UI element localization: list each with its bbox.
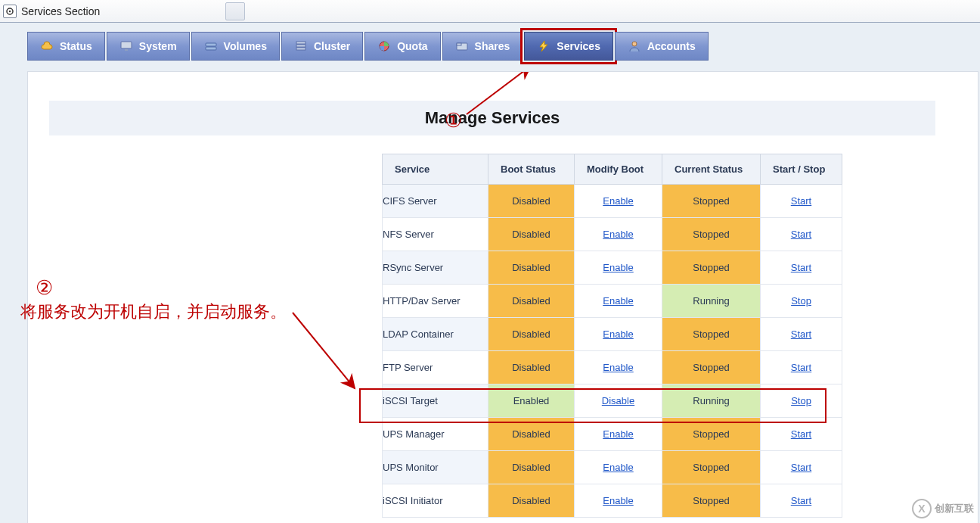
current-status-badge: Stopped bbox=[662, 218, 760, 251]
nav-tab-label: Accounts bbox=[647, 40, 696, 52]
boot-status-badge: Disabled bbox=[488, 351, 574, 384]
boot-status-badge: Disabled bbox=[488, 251, 574, 284]
nav-tab-services[interactable]: Services bbox=[524, 32, 613, 61]
current-status-cell: Stopped bbox=[662, 451, 761, 484]
boot-status-cell: Disabled bbox=[488, 418, 575, 451]
modify-boot-cell: Enable bbox=[575, 185, 662, 218]
start-link[interactable]: Start bbox=[791, 195, 811, 207]
nav-tab-volumes[interactable]: Volumes bbox=[191, 32, 280, 61]
current-status-badge: Stopped bbox=[662, 318, 760, 350]
current-status-cell: Stopped bbox=[662, 318, 761, 351]
boot-status-badge: Disabled bbox=[488, 318, 574, 350]
main-panel: Manage Services Service Boot Status Modi… bbox=[27, 71, 978, 523]
nav-tab-quota[interactable]: Quota bbox=[364, 32, 440, 61]
stop-link[interactable]: Stop bbox=[791, 295, 811, 307]
services-table: Service Boot Status Modify Boot Current … bbox=[382, 154, 842, 518]
svg-point-1 bbox=[9, 10, 11, 11]
boot-status-badge: Disabled bbox=[488, 218, 574, 251]
watermark-text: 创新互联 bbox=[935, 502, 974, 515]
enable-link[interactable]: Enable bbox=[603, 362, 633, 373]
svg-rect-4 bbox=[206, 43, 216, 46]
boot-status-cell: Disabled bbox=[488, 484, 575, 518]
annotation-note-2: 将服务改为开机自启，并启动服务。 bbox=[20, 300, 287, 323]
disable-link[interactable]: Disable bbox=[602, 395, 634, 406]
nav-tab-accounts[interactable]: Accounts bbox=[615, 32, 709, 61]
title-bar: Services Section bbox=[0, 0, 980, 23]
app-icon bbox=[3, 5, 17, 18]
current-status-badge: Stopped bbox=[662, 185, 760, 217]
start-stop-cell: Stop bbox=[761, 285, 842, 318]
page-title: Manage Services bbox=[49, 101, 935, 135]
modify-boot-cell: Enable bbox=[575, 251, 662, 285]
start-link[interactable]: Start bbox=[791, 428, 811, 440]
new-tab-button[interactable] bbox=[225, 2, 245, 20]
start-stop-cell: Start bbox=[761, 185, 842, 218]
stop-link[interactable]: Stop bbox=[791, 395, 811, 406]
enable-link[interactable]: Enable bbox=[603, 229, 633, 240]
svg-rect-3 bbox=[125, 49, 128, 51]
table-row: UPS ManagerDisabledEnableStoppedStart bbox=[383, 418, 842, 451]
nav-tabs: StatusSystemVolumesClusterQuotaSharesSer… bbox=[27, 32, 980, 61]
bolt-icon bbox=[537, 39, 550, 53]
modify-boot-cell: Enable bbox=[575, 318, 662, 351]
enable-link[interactable]: Enable bbox=[603, 462, 633, 473]
svg-rect-7 bbox=[296, 45, 305, 47]
col-current: Current Status bbox=[662, 154, 761, 185]
col-modify: Modify Boot bbox=[575, 154, 662, 185]
table-row: CIFS ServerDisabledEnableStoppedStart bbox=[383, 185, 842, 218]
modify-boot-cell: Enable bbox=[575, 418, 662, 451]
current-status-badge: Stopped bbox=[662, 251, 760, 284]
svg-rect-6 bbox=[296, 42, 305, 44]
current-status-cell: Stopped bbox=[662, 185, 761, 218]
start-stop-cell: Stop bbox=[761, 384, 842, 418]
modify-boot-cell: Enable bbox=[575, 218, 662, 251]
boot-status-cell: Disabled bbox=[488, 218, 575, 251]
modify-boot-cell: Enable bbox=[575, 484, 662, 518]
table-row: NFS ServerDisabledEnableStoppedStart bbox=[383, 218, 842, 251]
start-link[interactable]: Start bbox=[791, 262, 811, 273]
nav-tab-label: Cluster bbox=[314, 40, 350, 52]
folder-icon bbox=[455, 39, 469, 53]
current-status-badge: Stopped bbox=[662, 418, 760, 450]
enable-link[interactable]: Enable bbox=[603, 428, 633, 440]
enable-link[interactable]: Enable bbox=[603, 262, 633, 273]
col-action: Start / Stop bbox=[761, 154, 842, 185]
watermark-logo-icon: X bbox=[912, 499, 932, 518]
nav-tab-shares[interactable]: Shares bbox=[442, 32, 523, 61]
table-row: RSync ServerDisabledEnableStoppedStart bbox=[383, 251, 842, 285]
current-status-badge: Running bbox=[662, 285, 760, 317]
enable-link[interactable]: Enable bbox=[603, 195, 633, 207]
start-link[interactable]: Start bbox=[791, 229, 811, 240]
start-link[interactable]: Start bbox=[791, 462, 811, 473]
boot-status-cell: Enabled bbox=[488, 384, 575, 418]
start-link[interactable]: Start bbox=[791, 328, 811, 340]
boot-status-badge: Disabled bbox=[488, 418, 574, 450]
table-row: FTP ServerDisabledEnableStoppedStart bbox=[383, 351, 842, 384]
nav-tab-label: Status bbox=[60, 40, 92, 52]
nav-tab-label: Volumes bbox=[224, 40, 267, 52]
nav-tab-status[interactable]: Status bbox=[27, 32, 105, 61]
enable-link[interactable]: Enable bbox=[603, 295, 633, 307]
start-stop-cell: Start bbox=[761, 318, 842, 351]
watermark: X 创新互联 bbox=[912, 499, 974, 518]
start-stop-cell: Start bbox=[761, 418, 842, 451]
nav-tab-system[interactable]: System bbox=[107, 32, 190, 61]
nav-tab-label: System bbox=[139, 40, 177, 52]
boot-status-cell: Disabled bbox=[488, 451, 575, 484]
svg-rect-8 bbox=[296, 48, 305, 50]
service-name-cell: FTP Server bbox=[383, 351, 488, 384]
enable-link[interactable]: Enable bbox=[603, 328, 633, 340]
current-status-cell: Stopped bbox=[662, 484, 761, 518]
start-stop-cell: Start bbox=[761, 484, 842, 518]
cloud-icon bbox=[40, 39, 54, 53]
start-link[interactable]: Start bbox=[791, 362, 811, 373]
svg-line-14 bbox=[293, 313, 355, 388]
col-service: Service bbox=[383, 154, 488, 185]
current-status-badge: Stopped bbox=[662, 484, 760, 517]
table-row: LDAP ContainerDisabledEnableStoppedStart bbox=[383, 318, 842, 351]
start-link[interactable]: Start bbox=[791, 495, 811, 506]
nav-tab-label: Services bbox=[557, 40, 600, 52]
start-stop-cell: Start bbox=[761, 451, 842, 484]
nav-tab-cluster[interactable]: Cluster bbox=[281, 32, 363, 61]
enable-link[interactable]: Enable bbox=[603, 495, 633, 506]
